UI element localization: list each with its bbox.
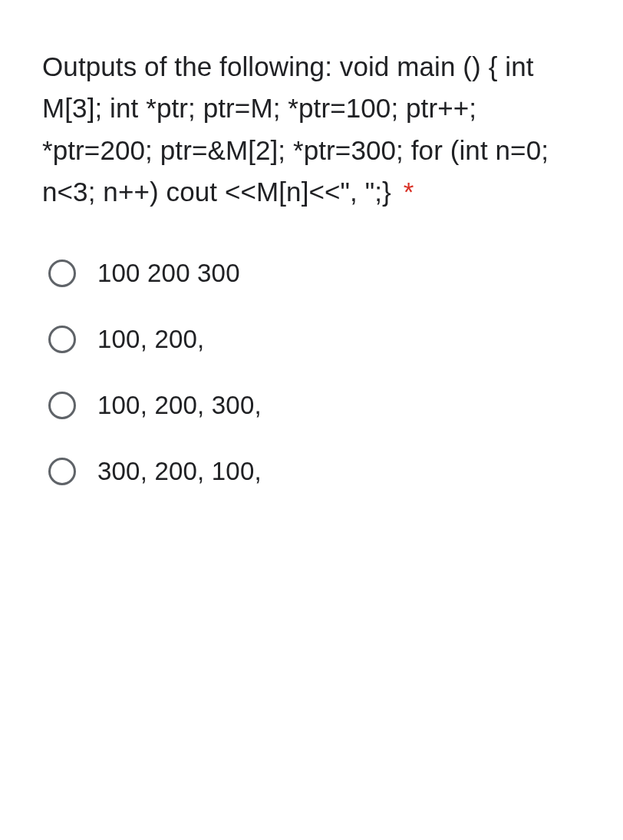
radio-icon	[48, 458, 76, 485]
option-label: 100, 200, 300,	[97, 391, 262, 420]
radio-icon	[48, 260, 76, 287]
option-label: 100, 200,	[97, 325, 204, 354]
question-body: Outputs of the following: void main () {…	[42, 51, 549, 207]
radio-icon	[48, 392, 76, 419]
option-label: 300, 200, 100,	[97, 457, 262, 486]
option-label: 100 200 300	[97, 259, 240, 288]
option-2[interactable]: 100, 200,	[48, 325, 581, 354]
question-text: Outputs of the following: void main () {…	[42, 46, 581, 213]
required-marker: *	[404, 177, 414, 207]
radio-icon	[48, 326, 76, 353]
option-3[interactable]: 100, 200, 300,	[48, 391, 581, 420]
options-group: 100 200 300 100, 200, 100, 200, 300, 300…	[42, 259, 581, 486]
option-4[interactable]: 300, 200, 100,	[48, 457, 581, 486]
option-1[interactable]: 100 200 300	[48, 259, 581, 288]
